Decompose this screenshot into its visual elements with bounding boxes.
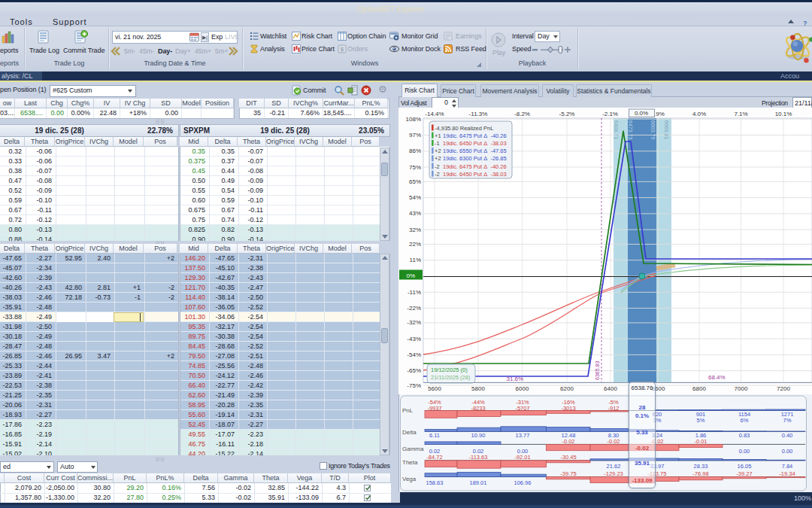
- svg-text:-39.27: -39.27: [736, 470, 752, 477]
- svg-text:6400: 6400: [604, 385, 617, 392]
- svg-text:19dic. 6475 Put Δ -40.26: 19dic. 6475 Put Δ -40.26: [443, 132, 507, 139]
- svg-text:19dic. 6550 Put Δ -47.65: 19dic. 6550 Put Δ -47.65: [443, 148, 507, 154]
- svg-text:Delta: Delta: [402, 429, 417, 436]
- svg-text:-9937: -9937: [427, 405, 441, 412]
- svg-text:13.77: 13.77: [516, 432, 530, 439]
- svg-text:-84.72: -84.72: [426, 454, 442, 461]
- svg-text:43%: 43%: [409, 210, 421, 217]
- svg-text:-43%: -43%: [407, 336, 421, 342]
- svg-text:7.84: 7.84: [782, 463, 793, 470]
- svg-text:-0.02: -0.02: [607, 438, 620, 445]
- svg-text:-2: -2: [435, 171, 440, 178]
- svg-text:-65%: -65%: [407, 367, 421, 374]
- svg-text:31.6%: 31.6%: [507, 376, 524, 382]
- svg-text:+2: +2: [435, 148, 441, 154]
- svg-text:-19.34: -19.34: [779, 470, 795, 477]
- svg-text:6800: 6800: [692, 385, 706, 392]
- svg-text:6473.73: 6473.73: [628, 120, 633, 139]
- svg-text:-32%: -32%: [407, 319, 421, 326]
- svg-text:Vega: Vega: [402, 476, 417, 482]
- svg-text:+1: +1: [435, 132, 441, 139]
- svg-text:189.01: 189.01: [470, 479, 487, 486]
- svg-text:-30.45: -30.45: [560, 454, 576, 461]
- svg-text:-5.2%: -5.2%: [559, 111, 575, 117]
- svg-text:28.33: 28.33: [694, 463, 708, 470]
- svg-text:0.83: 0.83: [739, 432, 750, 439]
- svg-text:$: $: [341, 46, 344, 53]
- svg-text:+2: +2: [435, 155, 441, 162]
- svg-text:-11%: -11%: [408, 289, 421, 296]
- svg-text:6%: 6%: [741, 417, 749, 424]
- svg-text:22%: 22%: [409, 241, 421, 248]
- svg-text:7.1%: 7.1%: [734, 111, 747, 117]
- svg-text:-39.75: -39.75: [560, 470, 576, 477]
- svg-text:54%: 54%: [409, 194, 421, 201]
- svg-text:0%: 0%: [406, 272, 415, 279]
- svg-text:0.00: 0.00: [739, 448, 750, 455]
- svg-text:19dic. 6450 Put Δ -38.03: 19dic. 6450 Put Δ -38.03: [443, 171, 507, 178]
- svg-text:Theta: Theta: [402, 459, 418, 466]
- svg-text:19/12/2025 (0): 19/12/2025 (0): [431, 367, 468, 373]
- svg-text:10.90: 10.90: [471, 432, 486, 439]
- svg-text:-113.63: -113.63: [469, 454, 488, 461]
- svg-text:-14.4%: -14.4%: [425, 111, 444, 117]
- svg-text:-2.1%: -2.1%: [602, 111, 618, 117]
- svg-text:0.40: 0.40: [782, 432, 793, 439]
- svg-text:6365.83: 6365.83: [595, 361, 600, 380]
- svg-text:16.05: 16.05: [738, 463, 752, 470]
- svg-text:-75%: -75%: [407, 382, 421, 389]
- svg-text:0.00: 0.00: [782, 448, 793, 455]
- svg-text:11%: 11%: [410, 257, 421, 263]
- svg-text:97%: 97%: [409, 132, 421, 138]
- svg-text:158.63: 158.63: [426, 479, 444, 486]
- svg-text:-0.02: -0.02: [562, 438, 574, 445]
- svg-text:6408.71: 6408.71: [614, 120, 619, 139]
- svg-text:65%: 65%: [409, 178, 421, 185]
- svg-text:108%: 108%: [406, 116, 421, 123]
- svg-text:68.4%: 68.4%: [708, 374, 726, 381]
- svg-text:-4,935.80 Realized PnL: -4,935.80 Realized PnL: [435, 125, 493, 132]
- svg-text:21/11/2025 (28): 21/11/2025 (28): [431, 374, 471, 381]
- svg-text:5800: 5800: [471, 385, 485, 392]
- svg-text:75%: 75%: [409, 164, 421, 171]
- svg-text:-5707: -5707: [515, 405, 529, 412]
- svg-text:-11.3%: -11.3%: [469, 111, 488, 117]
- svg-text:-54%: -54%: [407, 351, 421, 358]
- svg-text:PnL: PnL: [402, 407, 414, 414]
- svg-text:-8233: -8233: [471, 405, 485, 412]
- svg-text:7%: 7%: [783, 417, 792, 424]
- svg-text:7000: 7000: [735, 385, 748, 392]
- svg-text:6603.79: 6603.79: [650, 120, 656, 139]
- svg-text:-1: -1: [435, 140, 440, 147]
- svg-text:Gamma: Gamma: [402, 446, 424, 452]
- svg-text:-2: -2: [435, 163, 440, 170]
- svg-text:10.1%: 10.1%: [775, 111, 792, 117]
- svg-text:4.0%: 4.0%: [692, 111, 706, 117]
- svg-text:5600: 5600: [428, 385, 441, 392]
- svg-text:19dic. 6475 Put Δ -40.26: 19dic. 6475 Put Δ -40.26: [443, 163, 507, 170]
- svg-text:-76.98: -76.98: [692, 470, 708, 477]
- svg-text:-3013: -3013: [561, 405, 575, 412]
- svg-text:6200: 6200: [560, 385, 574, 392]
- svg-text:-0.01: -0.01: [694, 438, 707, 445]
- svg-text:21.62: 21.62: [607, 463, 621, 470]
- svg-text:-22%: -22%: [407, 305, 421, 312]
- svg-text:7200: 7200: [777, 385, 790, 392]
- svg-text:-912: -912: [607, 405, 619, 412]
- svg-text:19dic. 6450 Put Δ -38.03: 19dic. 6450 Put Δ -38.03: [443, 140, 507, 147]
- svg-text:-92.01: -92.01: [514, 454, 530, 461]
- svg-text:32%: 32%: [409, 227, 421, 233]
- svg-text:86%: 86%: [409, 148, 421, 154]
- svg-text:5%: 5%: [697, 417, 705, 424]
- svg-text:6000: 6000: [516, 385, 529, 392]
- svg-text:0.0%: 0.0%: [635, 110, 648, 117]
- svg-text:19dic. 6300 Put Δ -26.85: 19dic. 6300 Put Δ -26.85: [443, 155, 507, 162]
- svg-text:106.96: 106.96: [514, 479, 532, 486]
- svg-text:-129.23: -129.23: [604, 470, 623, 477]
- svg-text:6668.81: 6668.81: [664, 120, 669, 139]
- svg-text:-8.2%: -8.2%: [514, 111, 530, 117]
- svg-text:6.11: 6.11: [429, 432, 440, 439]
